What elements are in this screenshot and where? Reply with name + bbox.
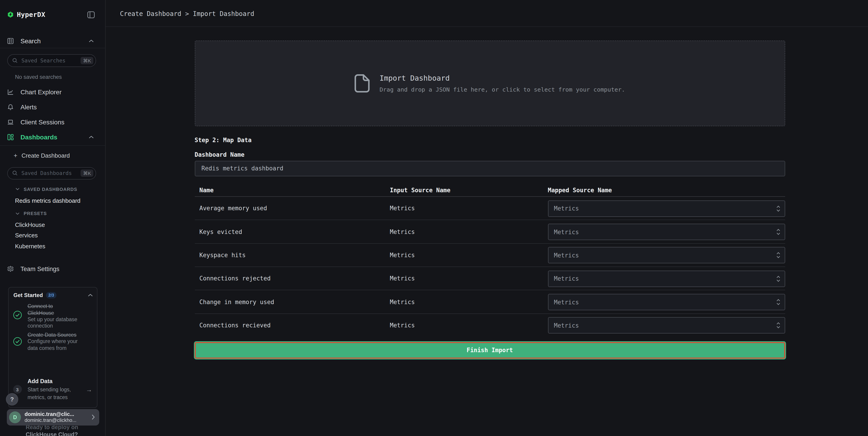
dashboard-name-label: Dashboard Name: [194, 151, 785, 157]
table-row: Keyspace hits Metrics Metrics: [194, 243, 785, 267]
bell-icon: [7, 104, 14, 110]
preset-item[interactable]: Services: [15, 232, 38, 239]
breadcrumb: Create Dashboard > Import Dashboard: [120, 10, 254, 17]
chevron-up-icon: [89, 40, 94, 42]
dropzone-title: Import Dashboard: [380, 74, 625, 83]
saved-searches-input[interactable]: Saved Searches ⌘K: [7, 54, 96, 67]
mapped-source-select[interactable]: Metrics: [548, 224, 785, 240]
collapse-sidebar-icon[interactable]: [87, 11, 95, 18]
breadcrumb-bar: Create Dashboard > Import Dashboard: [105, 0, 868, 27]
dashboard-name-input[interactable]: [194, 161, 785, 176]
user-profile-button[interactable]: D dominic.tran@clic... dominic.tran@clic…: [7, 409, 99, 426]
divider: [0, 145, 105, 146]
chevron-right-icon: [92, 414, 95, 420]
avatar: D: [9, 411, 21, 423]
sidebar-item-alerts[interactable]: Alerts: [7, 99, 94, 114]
saved-dashboard-item[interactable]: Redis metrics dashboard: [15, 197, 81, 204]
nav-label: Dashboards: [21, 133, 57, 141]
row-name: Average memory used: [199, 205, 267, 212]
hyperdx-logo-icon: [7, 11, 14, 18]
search-icon: [12, 171, 18, 176]
row-name: Keys evicted: [199, 228, 242, 235]
dashboards-icon: [7, 134, 14, 140]
sidebar-item-team-settings[interactable]: Team Settings: [7, 263, 100, 274]
progress-badge: 2/3: [46, 292, 56, 298]
get-started-title: Get Started: [13, 292, 43, 298]
finish-import-button[interactable]: Finish Import: [194, 342, 785, 358]
selected-value: Metrics: [554, 229, 579, 235]
search-section-icon: [7, 38, 14, 44]
get-started-header[interactable]: Get Started 2/3: [13, 292, 93, 298]
mapped-source-select[interactable]: Metrics: [548, 294, 785, 310]
saved-dashboards-group[interactable]: SAVED DASHBOARDS: [16, 186, 78, 192]
row-name: Keyspace hits: [199, 252, 246, 259]
row-input-source: Metrics: [390, 228, 415, 235]
app-title: HyperDX: [17, 11, 45, 18]
laptop-icon: [7, 119, 14, 125]
saved-dashboards-input[interactable]: Saved Dashboards ⌘K: [7, 167, 96, 179]
selected-value: Metrics: [554, 322, 579, 329]
sidebar-item-search[interactable]: Search: [7, 35, 94, 47]
profile-email: dominic.tran@clickho...: [25, 417, 76, 423]
table-header: Name Input Source Name Mapped Source Nam…: [194, 176, 785, 197]
selected-value: Metrics: [554, 205, 579, 212]
sidebar: HyperDX Search Saved Searches ⌘K No save…: [0, 0, 105, 436]
preset-item[interactable]: Kubernetes: [15, 243, 45, 250]
sidebar-item-chart-explorer[interactable]: Chart Explorer: [7, 84, 94, 99]
get-started-card: Get Started 2/3 Connect to ClickHouse Se…: [8, 287, 97, 408]
divider: [0, 48, 105, 48]
nav-label: Chart Explorer: [21, 88, 62, 95]
mapped-source-select[interactable]: Metrics: [548, 200, 785, 216]
chevron-down-icon: [16, 188, 20, 191]
shortcut-badge: ⌘K: [81, 57, 93, 64]
row-input-source: Metrics: [390, 275, 415, 282]
team-settings-label: Team Settings: [21, 265, 59, 272]
main-area: Create Dashboard > Import Dashboard Impo…: [105, 0, 868, 436]
table-row: Keys evicted Metrics Metrics: [194, 220, 785, 244]
import-dashboard-content: Import Dashboard Drag and drop a JSON fi…: [194, 40, 785, 358]
chevron-up-icon: [88, 294, 93, 297]
mapped-source-select[interactable]: Metrics: [548, 270, 785, 287]
sidebar-item-dashboards[interactable]: Dashboards: [7, 129, 94, 144]
chevron-up-down-icon: [776, 228, 780, 236]
row-name: Change in memory used: [199, 298, 274, 305]
saved-searches-placeholder: Saved Searches: [21, 57, 81, 64]
sidebar-item-client-sessions[interactable]: Client Sessions: [7, 114, 94, 129]
selected-value: Metrics: [554, 252, 579, 259]
arrow-right-icon[interactable]: →: [86, 386, 92, 393]
profile-name: dominic.tran@clic...: [25, 411, 76, 417]
presets-group[interactable]: PRESETS: [16, 210, 47, 216]
get-started-step-1[interactable]: Connect to ClickHouse Set up your databa…: [28, 303, 88, 329]
column-header-mapped-source: Mapped Source Name: [548, 187, 612, 194]
table-row: Average memory used Metrics Metrics: [194, 197, 785, 220]
help-button[interactable]: ?: [6, 393, 18, 405]
mapped-source-select[interactable]: Metrics: [548, 317, 785, 334]
create-dashboard-button[interactable]: + Create Dashboard: [14, 150, 70, 161]
chevron-up-down-icon: [776, 322, 780, 329]
table-row: Connections rejected Metrics Metrics: [194, 267, 785, 290]
chevron-up-down-icon: [776, 298, 780, 306]
plus-icon: +: [14, 152, 17, 159]
saved-dashboards-placeholder: Saved Dashboards: [21, 170, 81, 177]
table-row: Change in memory used Metrics Metrics: [194, 290, 785, 314]
search-section-label: Search: [21, 37, 41, 45]
chevron-up-down-icon: [776, 205, 780, 212]
row-input-source: Metrics: [390, 322, 415, 329]
step-number-badge: 3: [13, 385, 22, 394]
chevron-up-down-icon: [776, 275, 780, 283]
chevron-down-icon: [16, 212, 20, 215]
import-dropzone[interactable]: Import Dashboard Drag and drop a JSON fi…: [194, 40, 785, 126]
mapped-source-select[interactable]: Metrics: [548, 247, 785, 264]
selected-value: Metrics: [554, 275, 579, 282]
row-input-source: Metrics: [390, 205, 415, 212]
check-circle-icon: [13, 337, 22, 346]
table-row: Connections recieved Metrics Metrics: [194, 314, 785, 337]
get-started-step-2[interactable]: Create Data Sources Configure where your…: [28, 332, 91, 351]
get-started-step-3[interactable]: Add Data: [28, 378, 53, 384]
no-saved-searches-note: No saved searches: [15, 74, 62, 80]
hyperdx-app: HyperDX Search Saved Searches ⌘K No save…: [0, 0, 868, 436]
preset-item[interactable]: ClickHouse: [15, 221, 45, 228]
chevron-up-icon: [89, 136, 94, 138]
step-title: Step 2: Map Data: [194, 137, 785, 143]
search-icon: [12, 58, 18, 63]
